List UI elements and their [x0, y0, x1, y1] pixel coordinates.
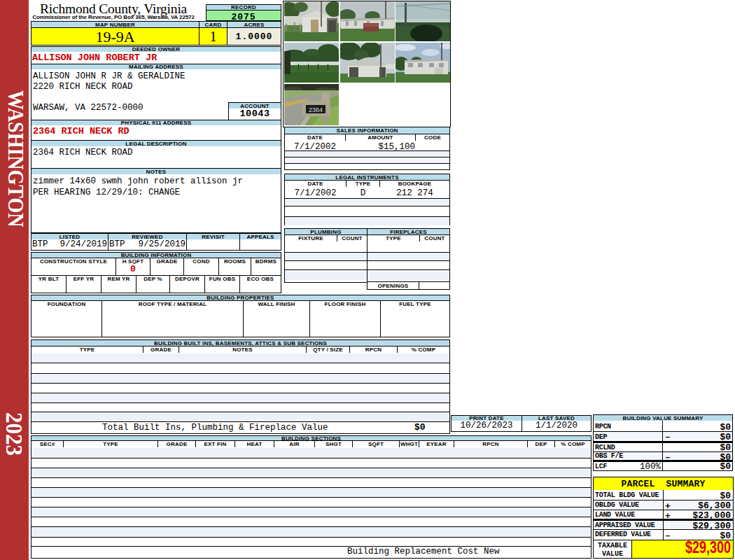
svg-text:2364: 2364	[309, 106, 323, 113]
